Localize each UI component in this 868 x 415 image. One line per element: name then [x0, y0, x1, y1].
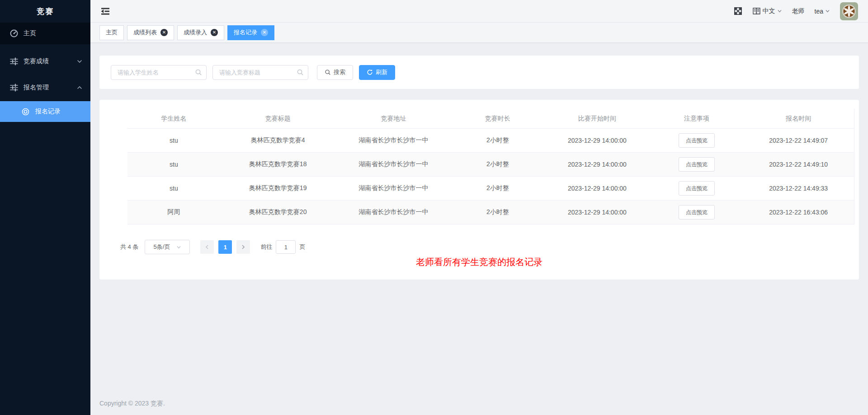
column-header: 注意事项: [651, 109, 743, 128]
chevron-left-icon: [204, 244, 210, 250]
user-dropdown[interactable]: tea: [815, 8, 830, 15]
tab-score-list[interactable]: 成绩列表 ✕: [127, 25, 174, 40]
student-name-cell: 阿周: [127, 201, 220, 224]
goto-page-group: 前往 页: [260, 240, 305, 254]
signup-time-cell: 2023-12-22 14:49:10: [743, 153, 854, 176]
table-body: stu奥林匹克数学竞赛4湖南省长沙市长沙市一中2小时整2023-12-29 14…: [127, 129, 854, 224]
competition-title-cell: 奥林匹克数学竞赛18: [220, 153, 336, 176]
fullscreen-icon[interactable]: [734, 7, 742, 15]
search-icon: [297, 69, 304, 76]
competition-address-cell: 湖南省长沙市长沙市一中: [336, 153, 452, 176]
sliders-icon: [10, 57, 18, 65]
avatar[interactable]: [840, 2, 858, 20]
table-row: 阿周奥林匹克数学竞赛20湖南省长沙市长沙市一中2小时整2023-12-29 14…: [127, 201, 854, 224]
page-unit-label: 页: [299, 243, 305, 251]
competition-address-cell: 湖南省长沙市长沙市一中: [336, 201, 452, 224]
search-icon: [195, 69, 202, 76]
sidebar-item-signup-mgmt[interactable]: 报名管理: [0, 77, 90, 98]
column-header: 竞赛地址: [336, 109, 452, 128]
pagination-total: 共 4 条: [120, 243, 138, 251]
refresh-button[interactable]: 刷新: [359, 65, 395, 80]
competition-title-input[interactable]: [212, 65, 308, 80]
tab-home[interactable]: 主页: [99, 25, 124, 40]
search-button-label: 搜索: [334, 68, 345, 76]
competition-title-cell: 奥林匹克数学竞赛19: [220, 177, 336, 200]
chevron-down-icon: [825, 9, 830, 14]
preview-button[interactable]: 点击预览: [679, 205, 715, 219]
chevron-down-icon: [777, 9, 782, 14]
notes-cell: 点击预览: [651, 201, 743, 224]
language-icon: [752, 7, 761, 15]
table-row: stu奥林匹克数学竞赛4湖南省长沙市长沙市一中2小时整2023-12-29 14…: [127, 129, 854, 153]
bullseye-icon: [22, 108, 29, 116]
table-card: 学生姓名 竞赛标题 竞赛地址 竞赛时长 比赛开始时间 注意事项 报名时间 stu…: [99, 100, 859, 280]
sidebar-item-label: 主页: [24, 29, 36, 37]
copyright-footer: Copyright © 2023 竞赛.: [99, 400, 165, 408]
tab-label: 成绩列表: [133, 28, 157, 37]
tab-score-entry[interactable]: 成绩录入 ✕: [177, 25, 224, 40]
duration-cell: 2小时整: [451, 153, 544, 176]
sidebar-item-home[interactable]: 主页: [0, 23, 90, 44]
goto-page-input[interactable]: [276, 240, 296, 254]
tab-label: 成绩录入: [184, 28, 207, 37]
duration-cell: 2小时整: [451, 201, 544, 224]
tab-label: 主页: [106, 28, 118, 37]
next-page-button[interactable]: [236, 240, 250, 254]
student-name-input[interactable]: [111, 65, 207, 80]
page-size-select[interactable]: 5条/页: [145, 240, 190, 254]
column-header: 竞赛标题: [220, 109, 336, 128]
refresh-button-label: 刷新: [376, 68, 387, 76]
close-icon[interactable]: ✕: [261, 29, 268, 36]
column-header: 比赛开始时间: [544, 109, 650, 128]
notes-cell: 点击预览: [651, 177, 743, 200]
language-label: 中文: [763, 7, 775, 15]
table-row: stu奥林匹克数学竞赛18湖南省长沙市长沙市一中2小时整2023-12-29 1…: [127, 153, 854, 177]
tab-label: 报名记录: [234, 28, 257, 37]
search-icon: [325, 69, 331, 75]
start-time-cell: 2023-12-29 14:00:00: [544, 153, 650, 176]
notes-cell: 点击预览: [651, 153, 743, 176]
student-name-cell: stu: [127, 177, 220, 200]
column-header: 报名时间: [743, 109, 854, 128]
sidebar-item-scores[interactable]: 竞赛成绩: [0, 51, 90, 72]
sidebar-item-label: 竞赛成绩: [24, 57, 49, 65]
goto-label: 前往: [260, 243, 272, 251]
app-logo: 竞赛: [0, 0, 90, 23]
student-name-cell: stu: [127, 153, 220, 176]
preview-button[interactable]: 点击预览: [679, 157, 715, 172]
competition-title-cell: 奥林匹克数学竞赛4: [220, 129, 336, 152]
preview-button[interactable]: 点击预览: [679, 133, 715, 148]
competition-title-input-wrap: [212, 65, 308, 80]
sidebar-item-label: 报名记录: [35, 107, 61, 116]
column-header: 竞赛时长: [451, 109, 544, 128]
signup-time-cell: 2023-12-22 14:49:07: [743, 129, 854, 152]
page-number-button[interactable]: 1: [218, 240, 232, 254]
tab-signup-records[interactable]: 报名记录 ✕: [227, 25, 274, 40]
navbar-right: 中文 老师 tea: [734, 2, 858, 20]
duration-cell: 2小时整: [451, 177, 544, 200]
notes-cell: 点击预览: [651, 129, 743, 152]
close-icon[interactable]: ✕: [211, 29, 218, 36]
prev-page-button[interactable]: [200, 240, 214, 254]
close-icon[interactable]: ✕: [160, 29, 168, 36]
page-size-label: 5条/页: [154, 243, 170, 251]
competition-title-cell: 奥林匹克数学竞赛20: [220, 201, 336, 224]
username-label: tea: [815, 8, 823, 15]
signup-time-cell: 2023-12-22 16:43:06: [743, 201, 854, 224]
preview-button[interactable]: 点击预览: [679, 181, 715, 196]
search-button[interactable]: 搜索: [317, 65, 353, 80]
top-navbar: 中文 老师 tea: [90, 0, 868, 23]
competition-address-cell: 湖南省长沙市长沙市一中: [336, 129, 452, 152]
sidebar-fold-icon[interactable]: [100, 6, 110, 16]
search-card: 搜索 刷新: [99, 56, 859, 89]
sidebar: 竞赛 主页 竞赛成绩 报名管理 报名记录: [0, 0, 90, 415]
table-header-row: 学生姓名 竞赛标题 竞赛地址 竞赛时长 比赛开始时间 注意事项 报名时间: [127, 109, 854, 129]
language-selector[interactable]: 中文: [752, 7, 782, 15]
sidebar-item-signup-records[interactable]: 报名记录: [0, 101, 90, 122]
start-time-cell: 2023-12-29 14:00:00: [544, 129, 650, 152]
duration-cell: 2小时整: [451, 129, 544, 152]
competition-address-cell: 湖南省长沙市长沙市一中: [336, 177, 452, 200]
chevron-down-icon: [176, 245, 181, 250]
table-row: stu奥林匹克数学竞赛19湖南省长沙市长沙市一中2小时整2023-12-29 1…: [127, 177, 854, 201]
tags-view-bar: 主页 成绩列表 ✕ 成绩录入 ✕ 报名记录 ✕: [90, 23, 868, 43]
